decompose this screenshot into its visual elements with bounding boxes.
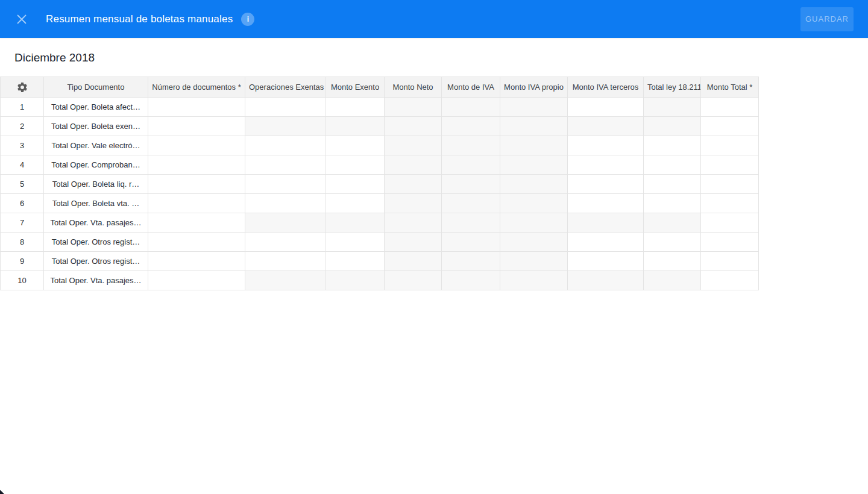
- value-cell-input[interactable]: [568, 175, 644, 194]
- column-header: Número de documentos *: [148, 77, 245, 98]
- value-cell-disabled: [442, 252, 500, 271]
- value-cell-disabled: [500, 175, 568, 194]
- value-cell-input[interactable]: [644, 194, 701, 213]
- value-cell-input[interactable]: [148, 155, 245, 175]
- value-cell-disabled: [442, 213, 500, 233]
- value-cell-disabled: [245, 117, 326, 136]
- value-cell-input[interactable]: [326, 98, 385, 117]
- value-cell-disabled: [644, 213, 701, 233]
- value-cell-input[interactable]: [701, 117, 759, 136]
- value-cell-input[interactable]: [568, 98, 644, 117]
- value-cell-input[interactable]: [245, 98, 326, 117]
- value-cell-disabled: [500, 213, 568, 233]
- value-cell-input[interactable]: [701, 136, 759, 155]
- documents-table: Tipo DocumentoNúmero de documentos *Oper…: [0, 77, 759, 290]
- value-cell-input[interactable]: [148, 233, 245, 252]
- value-cell-input[interactable]: [245, 175, 326, 194]
- close-button[interactable]: [11, 8, 33, 30]
- value-cell-input[interactable]: [701, 271, 759, 290]
- value-cell-input[interactable]: [326, 175, 385, 194]
- column-header: Monto Exento: [326, 77, 385, 98]
- value-cell-disabled: [442, 194, 500, 213]
- value-cell-disabled: [568, 117, 644, 136]
- value-cell-disabled: [500, 252, 568, 271]
- row-number: 4: [1, 155, 44, 175]
- value-cell-input[interactable]: [701, 233, 759, 252]
- value-cell-input[interactable]: [326, 233, 385, 252]
- table-row: 9Total Oper. Otros regist…: [1, 252, 759, 271]
- value-cell-input[interactable]: [245, 252, 326, 271]
- column-header: Monto IVA terceros: [568, 77, 644, 98]
- value-cell-input[interactable]: [148, 271, 245, 290]
- value-cell-input[interactable]: [326, 194, 385, 213]
- value-cell-input[interactable]: [644, 252, 701, 271]
- value-cell-disabled: [500, 194, 568, 213]
- value-cell-input[interactable]: [245, 194, 326, 213]
- value-cell-input[interactable]: [568, 233, 644, 252]
- value-cell-input[interactable]: [568, 194, 644, 213]
- table-row: 8Total Oper. Otros regist…: [1, 233, 759, 252]
- value-cell-disabled: [245, 213, 326, 233]
- value-cell-disabled: [442, 155, 500, 175]
- value-cell-input[interactable]: [568, 155, 644, 175]
- table-row: 1Total Oper. Boleta afect…: [1, 98, 759, 117]
- value-cell-disabled: [500, 271, 568, 290]
- value-cell-input[interactable]: [326, 252, 385, 271]
- value-cell-input[interactable]: [245, 233, 326, 252]
- value-cell-input[interactable]: [644, 155, 701, 175]
- value-cell-input[interactable]: [701, 194, 759, 213]
- tipo-documento-cell: Total Oper. Boleta exen…: [44, 117, 148, 136]
- table-row: 10Total Oper. Vta. pasajes…: [1, 271, 759, 290]
- tipo-documento-cell: Total Oper. Otros regist…: [44, 233, 148, 252]
- main-content: Diciembre 2018 Tipo DocumentoNúmero de d…: [0, 51, 868, 290]
- value-cell-disabled: [500, 155, 568, 175]
- row-number: 10: [1, 271, 44, 290]
- column-header: Monto de IVA: [442, 77, 500, 98]
- value-cell-disabled: [385, 194, 442, 213]
- table-row: 4Total Oper. Comproban…: [1, 155, 759, 175]
- value-cell-disabled: [442, 175, 500, 194]
- close-icon: [16, 14, 27, 25]
- value-cell-input[interactable]: [326, 136, 385, 155]
- value-cell-input[interactable]: [148, 117, 245, 136]
- save-button[interactable]: GUARDAR: [800, 7, 854, 31]
- gear-icon: [16, 81, 28, 93]
- row-number: 8: [1, 233, 44, 252]
- value-cell-input[interactable]: [701, 252, 759, 271]
- dialog-title: Resumen mensual de boletas manuales: [46, 13, 233, 25]
- value-cell-input[interactable]: [644, 233, 701, 252]
- value-cell-input[interactable]: [148, 194, 245, 213]
- value-cell-input[interactable]: [568, 252, 644, 271]
- value-cell-input[interactable]: [701, 175, 759, 194]
- row-number: 5: [1, 175, 44, 194]
- column-header: Tipo Documento: [44, 77, 148, 98]
- value-cell-input[interactable]: [644, 136, 701, 155]
- value-cell-disabled: [385, 213, 442, 233]
- value-cell-input[interactable]: [326, 155, 385, 175]
- value-cell-input[interactable]: [701, 98, 759, 117]
- value-cell-input[interactable]: [568, 136, 644, 155]
- tipo-documento-cell: Total Oper. Boleta afect…: [44, 98, 148, 117]
- value-cell-input[interactable]: [148, 213, 245, 233]
- value-cell-input[interactable]: [148, 98, 245, 117]
- value-cell-input[interactable]: [245, 136, 326, 155]
- value-cell-input[interactable]: [701, 213, 759, 233]
- column-header: Monto Total *: [701, 77, 759, 98]
- value-cell-disabled: [442, 233, 500, 252]
- value-cell-input[interactable]: [148, 136, 245, 155]
- value-cell-disabled: [568, 271, 644, 290]
- tipo-documento-cell: Total Oper. Boleta liq. r…: [44, 175, 148, 194]
- column-settings-button[interactable]: [1, 77, 44, 98]
- table-header-row: Tipo DocumentoNúmero de documentos *Oper…: [1, 77, 759, 98]
- value-cell-disabled: [385, 233, 442, 252]
- period-title: Diciembre 2018: [14, 51, 868, 64]
- value-cell-input[interactable]: [148, 175, 245, 194]
- page-corner-mark: [0, 490, 4, 494]
- value-cell-input[interactable]: [701, 155, 759, 175]
- value-cell-input[interactable]: [148, 252, 245, 271]
- value-cell-input[interactable]: [245, 155, 326, 175]
- info-icon[interactable]: i: [241, 13, 254, 26]
- row-number: 6: [1, 194, 44, 213]
- table-row: 7Total Oper. Vta. pasajes…: [1, 213, 759, 233]
- value-cell-input[interactable]: [644, 175, 701, 194]
